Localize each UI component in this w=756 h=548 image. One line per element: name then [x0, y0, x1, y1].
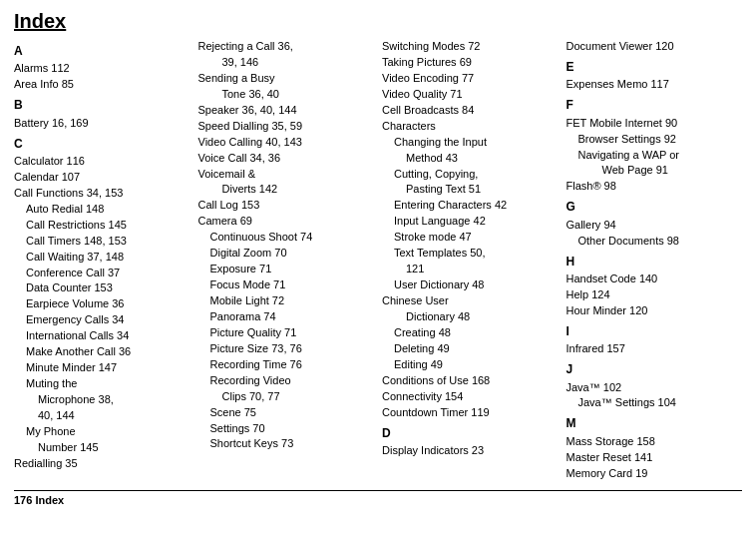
index-entry: Deleting 49	[382, 341, 559, 357]
page-title: Index	[14, 10, 742, 33]
letter-heading-I: I	[567, 323, 743, 340]
index-entry: Continuous Shoot 74	[198, 230, 375, 246]
index-entry: Flash® 98	[567, 179, 743, 195]
index-entry: Conditions of Use 168	[382, 373, 559, 389]
index-entry: Earpiece Volume 36	[14, 296, 190, 312]
letter-heading-G: G	[567, 199, 743, 216]
index-entry: Muting the	[14, 376, 190, 392]
index-entry: Mobile Light 72	[198, 293, 375, 309]
index-entry: 121	[382, 262, 559, 277]
index-entry: Shortcut Keys 73	[198, 436, 375, 452]
index-entry: Other Documents 98	[567, 234, 743, 250]
index-entry: Picture Size 73, 76	[198, 341, 375, 357]
footer: 176 Index	[14, 490, 742, 506]
column-3: Switching Modes 72Taking Pictures 69Vide…	[382, 39, 567, 482]
index-entry: Number 145	[14, 440, 190, 456]
index-entry: Battery 16, 169	[14, 116, 190, 132]
index-entry: Stroke mode 47	[382, 230, 559, 246]
index-entry: Panorama 74	[198, 309, 375, 325]
letter-heading-B: B	[14, 97, 190, 114]
index-entry: Java™ Settings 104	[567, 395, 743, 411]
letter-heading-E: E	[567, 59, 743, 76]
index-entry: Exposure 71	[198, 262, 375, 277]
index-entry: Browser Settings 92	[567, 132, 743, 148]
index-entry: Focus Mode 71	[198, 277, 375, 293]
index-entry: Document Viewer 120	[567, 39, 743, 55]
index-entry: Connectivity 154	[382, 389, 559, 405]
index-entry: Video Calling 40, 143	[198, 135, 375, 151]
index-entry: Speed Dialling 35, 59	[198, 119, 375, 135]
letter-heading-F: F	[567, 97, 743, 114]
index-entry: Rejecting a Call 36,	[198, 39, 375, 55]
index-entry: Voicemail &	[198, 167, 375, 183]
index-entry: Data Counter 153	[14, 280, 190, 296]
index-entry: Diverts 142	[198, 182, 375, 198]
letter-heading-H: H	[567, 254, 743, 271]
index-entry: Java™ 102	[567, 380, 743, 396]
index-entry: Memory Card 19	[567, 466, 743, 482]
index-columns: AAlarms 112Area Info 85BBattery 16, 169C…	[14, 39, 742, 482]
index-entry: Hour Minder 120	[567, 303, 743, 319]
index-entry: Microphone 38,	[14, 392, 190, 408]
index-entry: Handset Code 140	[567, 272, 743, 287]
index-entry: Camera 69	[198, 214, 375, 230]
index-entry: Recording Time 76	[198, 357, 375, 373]
index-entry: Call Log 153	[198, 198, 375, 214]
index-entry: FET Mobile Internet 90	[567, 116, 743, 132]
index-entry: User Dictionary 48	[382, 277, 559, 293]
index-entry: Make Another Call 36	[14, 344, 190, 360]
index-entry: Emergency Calls 34	[14, 312, 190, 328]
index-entry: Recording Video	[198, 373, 375, 389]
index-entry: Call Waiting 37, 148	[14, 250, 190, 266]
column-2: Rejecting a Call 36,39, 146Sending a Bus…	[198, 39, 383, 482]
index-entry: Navigating a WAP or	[567, 148, 743, 164]
index-entry: Creating 48	[382, 325, 559, 341]
index-entry: Changing the Input	[382, 135, 559, 151]
letter-heading-D: D	[382, 425, 559, 442]
index-entry: Cutting, Copying,	[382, 167, 559, 183]
index-entry: Text Templates 50,	[382, 246, 559, 262]
index-entry: 39, 146	[198, 55, 375, 71]
index-entry: Master Reset 141	[567, 450, 743, 466]
index-entry: My Phone	[14, 424, 190, 440]
index-entry: Characters	[382, 119, 559, 135]
column-4: Document Viewer 120EExpenses Memo 117FFE…	[567, 39, 743, 482]
index-entry: Web Page 91	[567, 163, 743, 179]
index-entry: Clips 70, 77	[198, 389, 375, 405]
index-entry: Entering Characters 42	[382, 198, 559, 214]
index-entry: Gallery 94	[567, 218, 743, 234]
index-entry: 40, 144	[14, 408, 190, 424]
index-entry: Sending a Busy	[198, 71, 375, 87]
index-entry: International Calls 34	[14, 328, 190, 344]
index-entry: Minute Minder 147	[14, 360, 190, 376]
letter-heading-C: C	[14, 136, 190, 153]
index-entry: Chinese User	[382, 293, 559, 309]
index-entry: Video Quality 71	[382, 87, 559, 103]
index-entry: Scene 75	[198, 405, 375, 421]
index-entry: Display Indicators 23	[382, 443, 559, 459]
index-entry: Switching Modes 72	[382, 39, 559, 55]
index-entry: Redialling 35	[14, 456, 190, 472]
index-entry: Picture Quality 71	[198, 325, 375, 341]
index-entry: Alarms 112	[14, 61, 190, 77]
index-entry: Help 124	[567, 287, 743, 303]
index-entry: Countdown Timer 119	[382, 405, 559, 421]
index-entry: Calculator 116	[14, 154, 190, 170]
index-entry: Settings 70	[198, 421, 375, 437]
letter-heading-J: J	[567, 361, 743, 378]
index-entry: Taking Pictures 69	[382, 55, 559, 71]
index-entry: Dictionary 48	[382, 309, 559, 325]
index-entry: Digital Zoom 70	[198, 246, 375, 262]
index-entry: Speaker 36, 40, 144	[198, 103, 375, 119]
index-entry: Voice Call 34, 36	[198, 151, 375, 167]
index-entry: Tone 36, 40	[198, 87, 375, 103]
index-entry: Pasting Text 51	[382, 182, 559, 198]
column-1: AAlarms 112Area Info 85BBattery 16, 169C…	[14, 39, 198, 482]
index-entry: Infrared 157	[567, 341, 743, 357]
index-entry: Area Info 85	[14, 77, 190, 93]
index-entry: Call Functions 34, 153	[14, 186, 190, 202]
index-entry: Conference Call 37	[14, 266, 190, 281]
letter-heading-A: A	[14, 43, 190, 60]
index-entry: Expenses Memo 117	[567, 77, 743, 93]
index-entry: Calendar 107	[14, 170, 190, 186]
